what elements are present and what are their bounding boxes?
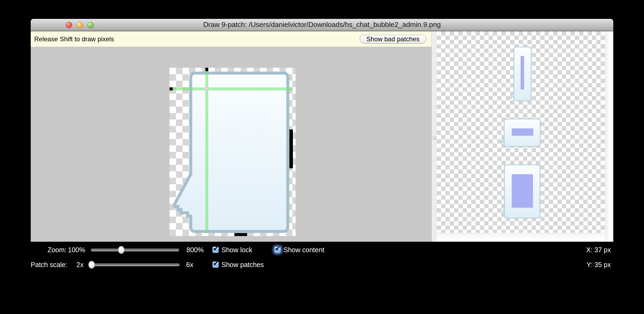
status-message: Release Shift to draw pixels xyxy=(34,35,360,43)
zoom-max-label: 800% xyxy=(186,246,204,254)
preview-panel xyxy=(437,31,613,242)
show-patches-checkbox[interactable] xyxy=(212,261,219,268)
desktop-background: Draw 9-patch: /Users/danielvictor/Downlo… xyxy=(0,0,644,314)
patch-scale-max-label: 6x xyxy=(186,261,193,268)
cursor-x-readout: X: 37 px xyxy=(560,246,611,254)
show-content-checkbox[interactable] xyxy=(274,247,281,253)
patch-scale-slider[interactable] xyxy=(88,263,180,266)
horizontal-scrollbar-track[interactable] xyxy=(437,233,605,242)
top-patch-marker xyxy=(205,68,208,71)
preview-bubble-wide xyxy=(501,118,541,147)
preview-bubble-large xyxy=(501,164,541,219)
editor-canvas[interactable] xyxy=(31,47,431,242)
right-patch-marker xyxy=(289,129,293,168)
vertical-scrollbar-track[interactable] xyxy=(605,31,613,242)
window-title: Draw 9-patch: /Users/danielvictor/Downlo… xyxy=(31,19,613,31)
bottom-controls: Zoom: 100% 800% Show lock Show content X… xyxy=(0,242,644,314)
preview-content-area xyxy=(512,174,533,208)
show-lock-checkbox[interactable] xyxy=(212,247,219,253)
show-bad-patches-button[interactable]: Show bad patches xyxy=(360,35,426,43)
title-bar[interactable]: Draw 9-patch: /Users/danielvictor/Downlo… xyxy=(31,19,613,31)
preview-content-area xyxy=(521,56,524,90)
chat-bubble-shape xyxy=(175,73,288,231)
cursor-y-readout: Y: 35 px xyxy=(560,261,611,268)
horizontal-stretch-guide xyxy=(173,87,293,90)
show-content-label: Show content xyxy=(283,246,324,254)
patch-scale-label: Patch scale: xyxy=(27,261,67,268)
show-patches-label: Show patches xyxy=(221,261,264,268)
patch-scale-slider-thumb[interactable] xyxy=(88,261,95,269)
bottom-patch-marker xyxy=(234,233,247,236)
patch-scale-min-label: 2x xyxy=(68,261,84,268)
pane-divider[interactable] xyxy=(431,31,437,242)
status-bar: Release Shift to draw pixels Show bad pa… xyxy=(31,31,431,47)
guide-intersection-pixel xyxy=(205,87,208,90)
ninepatch-artboard[interactable] xyxy=(169,68,296,236)
preview-content-area xyxy=(512,128,533,136)
vertical-stretch-guide xyxy=(205,71,208,233)
ninepatch-image xyxy=(169,68,296,236)
divider-collapse-handle[interactable] xyxy=(433,136,436,139)
zoom-slider-thumb[interactable] xyxy=(118,246,124,254)
zoom-label: Zoom: xyxy=(27,246,67,254)
zoom-slider[interactable] xyxy=(91,248,179,251)
show-lock-label: Show lock xyxy=(221,246,252,254)
zoom-min-label: 100% xyxy=(68,246,84,254)
preview-bubble-vertical xyxy=(510,46,531,101)
draw9patch-window: Draw 9-patch: /Users/danielvictor/Downlo… xyxy=(31,19,613,242)
left-patch-marker xyxy=(169,87,173,90)
